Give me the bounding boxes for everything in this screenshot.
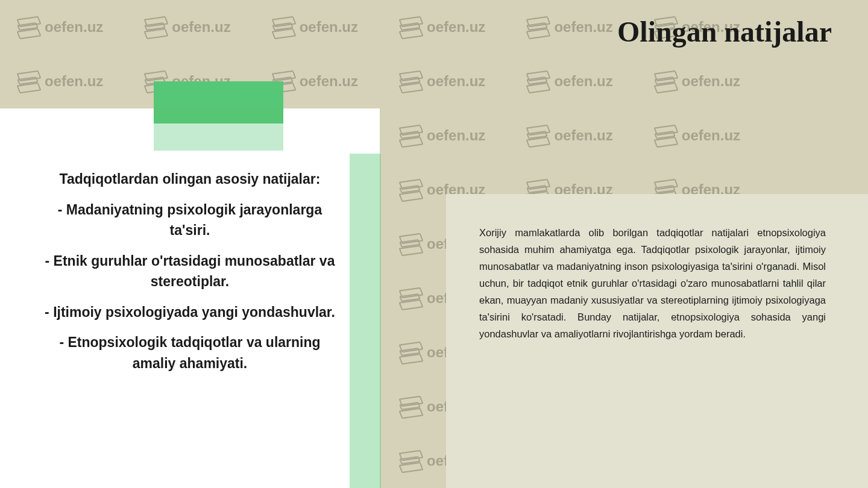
stack-icon <box>527 17 547 37</box>
stack-icon <box>18 72 37 91</box>
watermark-item: oefen.uz <box>18 72 103 91</box>
stack-icon <box>400 17 420 37</box>
stack-icon <box>18 17 37 37</box>
stack-icon <box>400 180 420 199</box>
stack-icon <box>400 343 420 362</box>
green-accent-overlap <box>154 108 283 151</box>
watermark-item: oefen.uz <box>527 126 612 145</box>
watermark-item: oefen.uz <box>527 72 612 91</box>
left-heading: Tadqiqotlardan olingan asosiy natijalar: <box>36 169 344 190</box>
stack-icon <box>527 126 547 145</box>
watermark-item: oefen.uz <box>400 72 485 91</box>
green-accent-strip <box>350 154 381 488</box>
watermark-item: oefen.uz <box>18 17 103 37</box>
stack-icon <box>145 17 165 37</box>
left-item: - Etnik guruhlar o'rtasidagi munosabatla… <box>36 251 344 292</box>
watermark-item: oefen.uz <box>273 17 358 37</box>
stack-icon <box>527 72 547 91</box>
left-card: Tadqiqotlardan olingan asosiy natijalar:… <box>0 108 380 488</box>
stack-icon <box>655 126 675 145</box>
stack-icon <box>400 72 420 91</box>
left-item: - Etnopsixologik tadqiqotlar va ularning… <box>36 332 344 374</box>
stack-icon <box>400 289 420 308</box>
watermark-item: oefen.uz <box>655 126 740 145</box>
stack-icon <box>655 72 675 91</box>
watermark-item: oefen.uz <box>527 17 612 37</box>
watermark-item: oefen.uz <box>400 17 485 37</box>
left-card-content: Tadqiqotlardan olingan asosiy natijalar:… <box>36 169 344 374</box>
left-item: - Ijtimoiy psixologiyada yangi yondashuv… <box>36 302 344 323</box>
right-body-text: Xorijiy mamlakatlarda olib borilgan tadq… <box>479 224 826 342</box>
stack-icon <box>400 397 420 416</box>
watermark-item: oefen.uz <box>273 72 358 91</box>
watermark-item: oefen.uz <box>655 72 740 91</box>
stack-icon <box>400 451 420 471</box>
slide-title: Olingan natijalar <box>617 15 832 48</box>
stack-icon <box>400 234 420 254</box>
watermark-item: oefen.uz <box>145 17 230 37</box>
watermark-item: oefen.uz <box>400 126 485 145</box>
right-card: Xorijiy mamlakatlarda olib borilgan tadq… <box>446 194 868 488</box>
left-item: - Madaniyatning psixologik jarayonlarga … <box>36 199 344 241</box>
stack-icon <box>400 126 420 145</box>
stack-icon <box>273 17 292 37</box>
